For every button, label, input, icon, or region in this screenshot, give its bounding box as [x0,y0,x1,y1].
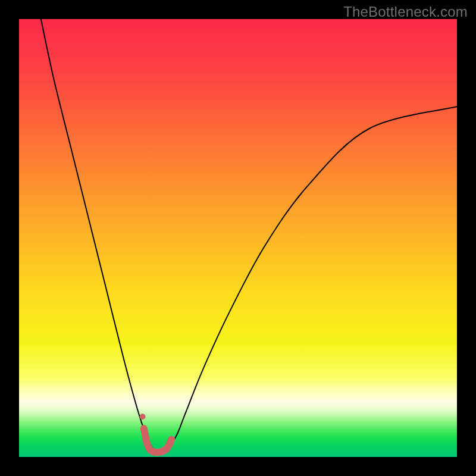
valley-marker [140,414,146,419]
watermark-label: TheBottleneck.com [343,4,468,20]
bottleneck-curve [41,19,457,452]
plot-area [19,19,457,457]
chart-frame: TheBottleneck.com [0,0,476,476]
valley-trace [144,428,171,452]
chart-svg [19,19,457,457]
